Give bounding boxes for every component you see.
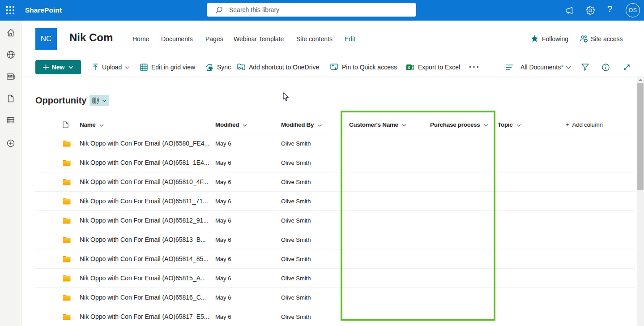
svg-text:X: X	[407, 65, 410, 70]
